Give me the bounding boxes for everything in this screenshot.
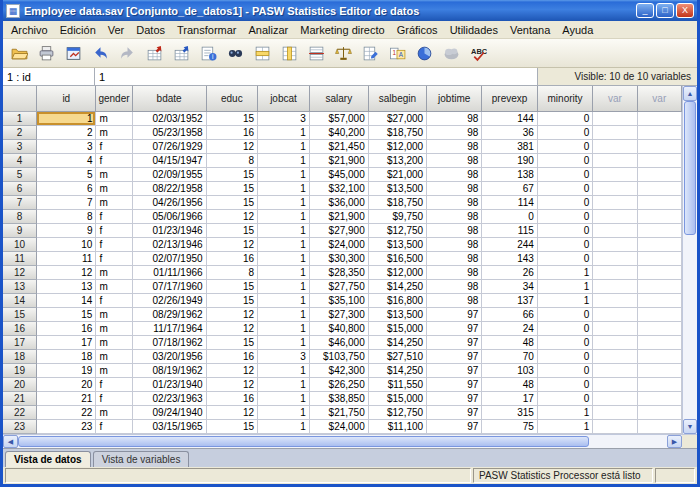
cell-3-jobtime[interactable]: 98	[427, 140, 482, 154]
row-header-2[interactable]: 2	[3, 126, 37, 140]
cell-14-minority[interactable]: 1	[538, 294, 593, 308]
cell-7-salary[interactable]: $36,000	[310, 196, 369, 210]
cell-9-jobcat[interactable]: 1	[258, 224, 310, 238]
cell-18-jobcat[interactable]: 3	[258, 350, 310, 364]
row-header-17[interactable]: 17	[3, 336, 37, 350]
cell-16-jobtime[interactable]: 97	[427, 322, 482, 336]
cell-5-bdate[interactable]: 02/09/1955	[133, 168, 207, 182]
cell-10-educ[interactable]: 12	[207, 238, 258, 252]
row-header-18[interactable]: 18	[3, 350, 37, 364]
cell-9-salbegin[interactable]: $12,750	[369, 224, 427, 238]
row-header-14[interactable]: 14	[3, 294, 37, 308]
cell-20-id[interactable]: 20	[37, 378, 96, 392]
cell-1-gender[interactable]: m	[96, 112, 132, 126]
cell-12-var[interactable]	[638, 266, 682, 280]
cell-15-gender[interactable]: m	[96, 308, 132, 322]
grid-corner[interactable]	[3, 86, 37, 112]
weight-cases-icon[interactable]	[331, 41, 356, 65]
cell-10-prevexp[interactable]: 244	[482, 238, 538, 252]
cell-6-educ[interactable]: 15	[207, 182, 258, 196]
cell-6-gender[interactable]: m	[96, 182, 132, 196]
cell-8-bdate[interactable]: 05/06/1966	[133, 210, 207, 224]
cell-2-educ[interactable]: 16	[207, 126, 258, 140]
cell-16-var[interactable]	[638, 322, 682, 336]
cell-20-jobcat[interactable]: 1	[258, 378, 310, 392]
undo-icon[interactable]	[88, 41, 113, 65]
cell-5-jobtime[interactable]: 98	[427, 168, 482, 182]
cell-4-bdate[interactable]: 04/15/1947	[133, 154, 207, 168]
cell-5-minority[interactable]: 0	[538, 168, 593, 182]
menu-datos[interactable]: Datos	[130, 23, 171, 37]
cell-19-var[interactable]	[593, 364, 637, 378]
cell-15-jobtime[interactable]: 97	[427, 308, 482, 322]
cell-9-var[interactable]	[638, 224, 682, 238]
row-header-9[interactable]: 9	[3, 224, 37, 238]
open-data-icon[interactable]	[7, 41, 32, 65]
menu-ayuda[interactable]: Ayuda	[556, 23, 599, 37]
cell-8-salary[interactable]: $21,900	[310, 210, 369, 224]
column-header-salbegin-6[interactable]: salbegin	[369, 86, 427, 112]
cell-21-var[interactable]	[593, 392, 637, 406]
cell-10-jobtime[interactable]: 98	[427, 238, 482, 252]
cell-12-educ[interactable]: 8	[207, 266, 258, 280]
menu-transformar[interactable]: Transformar	[171, 23, 243, 37]
cell-3-prevexp[interactable]: 381	[482, 140, 538, 154]
cell-21-bdate[interactable]: 02/23/1963	[133, 392, 207, 406]
cell-17-prevexp[interactable]: 48	[482, 336, 538, 350]
goto-variable-icon[interactable]	[169, 41, 194, 65]
row-header-10[interactable]: 10	[3, 238, 37, 252]
cell-2-minority[interactable]: 0	[538, 126, 593, 140]
cell-editor-input[interactable]	[95, 68, 537, 85]
column-header-var-11[interactable]: var	[638, 86, 682, 112]
cell-23-var[interactable]	[593, 420, 637, 434]
cell-19-gender[interactable]: m	[96, 364, 132, 378]
cell-11-jobcat[interactable]: 1	[258, 252, 310, 266]
goto-case-icon[interactable]	[142, 41, 167, 65]
cell-22-salary[interactable]: $21,750	[310, 406, 369, 420]
cell-17-gender[interactable]: m	[96, 336, 132, 350]
cell-8-minority[interactable]: 0	[538, 210, 593, 224]
cell-3-minority[interactable]: 0	[538, 140, 593, 154]
vertical-scrollbar[interactable]: ▲ ▼	[682, 86, 697, 434]
row-header-6[interactable]: 6	[3, 182, 37, 196]
cell-16-educ[interactable]: 12	[207, 322, 258, 336]
column-header-educ-3[interactable]: educ	[207, 86, 258, 112]
cell-4-jobcat[interactable]: 1	[258, 154, 310, 168]
cell-18-jobtime[interactable]: 97	[427, 350, 482, 364]
cell-17-jobcat[interactable]: 1	[258, 336, 310, 350]
cell-13-id[interactable]: 13	[37, 280, 96, 294]
cell-12-prevexp[interactable]: 26	[482, 266, 538, 280]
row-header-15[interactable]: 15	[3, 308, 37, 322]
cell-13-var[interactable]	[593, 280, 637, 294]
cell-6-prevexp[interactable]: 67	[482, 182, 538, 196]
cell-18-salbegin[interactable]: $27,510	[369, 350, 427, 364]
cell-8-id[interactable]: 8	[37, 210, 96, 224]
vertical-scroll-thumb[interactable]	[684, 101, 696, 235]
cell-4-var[interactable]	[638, 154, 682, 168]
cell-18-prevexp[interactable]: 70	[482, 350, 538, 364]
cell-20-salbegin[interactable]: $11,550	[369, 378, 427, 392]
cell-19-var[interactable]	[638, 364, 682, 378]
cell-18-educ[interactable]: 16	[207, 350, 258, 364]
scroll-left-icon[interactable]: ◀	[3, 435, 18, 448]
cell-19-minority[interactable]: 0	[538, 364, 593, 378]
cell-14-salbegin[interactable]: $16,800	[369, 294, 427, 308]
cell-12-gender[interactable]: m	[96, 266, 132, 280]
cell-15-var[interactable]	[593, 308, 637, 322]
cell-10-salbegin[interactable]: $13,500	[369, 238, 427, 252]
cell-5-prevexp[interactable]: 138	[482, 168, 538, 182]
cell-23-gender[interactable]: f	[96, 420, 132, 434]
cell-21-jobtime[interactable]: 97	[427, 392, 482, 406]
cell-5-salbegin[interactable]: $21,000	[369, 168, 427, 182]
cell-10-var[interactable]	[593, 238, 637, 252]
cell-23-prevexp[interactable]: 75	[482, 420, 538, 434]
cell-4-gender[interactable]: f	[96, 154, 132, 168]
cell-17-id[interactable]: 17	[37, 336, 96, 350]
cell-22-educ[interactable]: 12	[207, 406, 258, 420]
cell-16-gender[interactable]: m	[96, 322, 132, 336]
cell-10-gender[interactable]: f	[96, 238, 132, 252]
cell-14-salary[interactable]: $35,100	[310, 294, 369, 308]
cell-11-bdate[interactable]: 02/07/1950	[133, 252, 207, 266]
value-labels-icon[interactable]: 1A	[385, 41, 410, 65]
cell-16-salbegin[interactable]: $15,000	[369, 322, 427, 336]
